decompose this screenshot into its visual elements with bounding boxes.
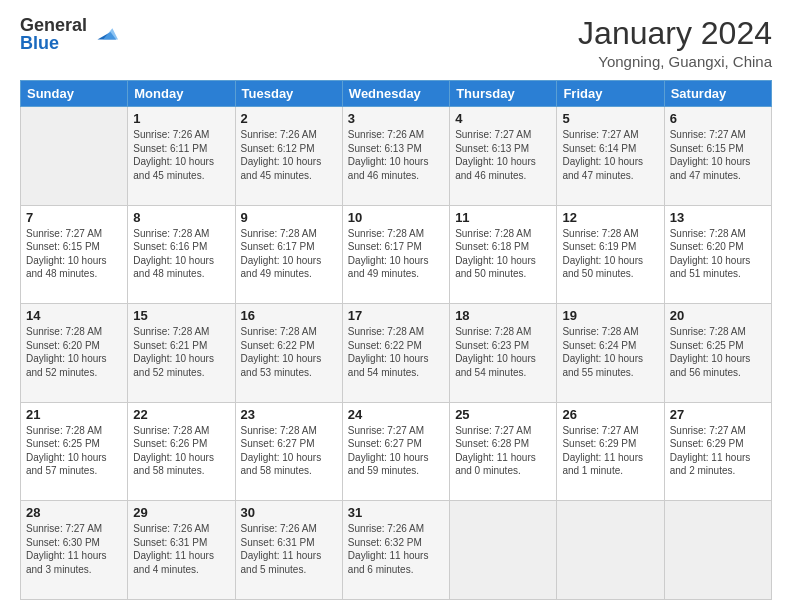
day-info: Sunrise: 7:26 AMSunset: 6:12 PMDaylight:… [241, 128, 337, 182]
location-title: Yongning, Guangxi, China [578, 53, 772, 70]
day-number: 9 [241, 210, 337, 225]
calendar-cell: 26Sunrise: 7:27 AMSunset: 6:29 PMDayligh… [557, 402, 664, 501]
logo-text: General Blue [20, 16, 87, 52]
day-info: Sunrise: 7:27 AMSunset: 6:14 PMDaylight:… [562, 128, 658, 182]
day-info: Sunrise: 7:28 AMSunset: 6:16 PMDaylight:… [133, 227, 229, 281]
day-number: 30 [241, 505, 337, 520]
day-number: 14 [26, 308, 122, 323]
calendar-cell: 3Sunrise: 7:26 AMSunset: 6:13 PMDaylight… [342, 107, 449, 206]
day-number: 17 [348, 308, 444, 323]
day-number: 21 [26, 407, 122, 422]
day-info: Sunrise: 7:26 AMSunset: 6:32 PMDaylight:… [348, 522, 444, 576]
svg-marker-1 [103, 28, 118, 39]
calendar-cell: 10Sunrise: 7:28 AMSunset: 6:17 PMDayligh… [342, 205, 449, 304]
day-number: 6 [670, 111, 766, 126]
day-info: Sunrise: 7:27 AMSunset: 6:29 PMDaylight:… [562, 424, 658, 478]
day-header-thursday: Thursday [450, 81, 557, 107]
calendar-week-2: 14Sunrise: 7:28 AMSunset: 6:20 PMDayligh… [21, 304, 772, 403]
calendar-week-1: 7Sunrise: 7:27 AMSunset: 6:15 PMDaylight… [21, 205, 772, 304]
day-header-saturday: Saturday [664, 81, 771, 107]
day-number: 2 [241, 111, 337, 126]
calendar-cell: 20Sunrise: 7:28 AMSunset: 6:25 PMDayligh… [664, 304, 771, 403]
day-info: Sunrise: 7:28 AMSunset: 6:25 PMDaylight:… [670, 325, 766, 379]
day-number: 11 [455, 210, 551, 225]
day-info: Sunrise: 7:28 AMSunset: 6:22 PMDaylight:… [348, 325, 444, 379]
calendar-cell: 17Sunrise: 7:28 AMSunset: 6:22 PMDayligh… [342, 304, 449, 403]
header: General Blue January 2024 Yongning, Guan… [20, 16, 772, 70]
day-number: 27 [670, 407, 766, 422]
day-number: 26 [562, 407, 658, 422]
day-number: 4 [455, 111, 551, 126]
day-header-wednesday: Wednesday [342, 81, 449, 107]
day-info: Sunrise: 7:26 AMSunset: 6:31 PMDaylight:… [133, 522, 229, 576]
calendar-cell: 18Sunrise: 7:28 AMSunset: 6:23 PMDayligh… [450, 304, 557, 403]
day-number: 3 [348, 111, 444, 126]
day-info: Sunrise: 7:27 AMSunset: 6:27 PMDaylight:… [348, 424, 444, 478]
calendar-cell: 8Sunrise: 7:28 AMSunset: 6:16 PMDaylight… [128, 205, 235, 304]
calendar-cell [557, 501, 664, 600]
logo-blue: Blue [20, 34, 87, 52]
day-info: Sunrise: 7:26 AMSunset: 6:13 PMDaylight:… [348, 128, 444, 182]
day-header-tuesday: Tuesday [235, 81, 342, 107]
day-info: Sunrise: 7:27 AMSunset: 6:28 PMDaylight:… [455, 424, 551, 478]
day-number: 12 [562, 210, 658, 225]
day-number: 7 [26, 210, 122, 225]
day-number: 8 [133, 210, 229, 225]
day-info: Sunrise: 7:28 AMSunset: 6:24 PMDaylight:… [562, 325, 658, 379]
day-info: Sunrise: 7:28 AMSunset: 6:26 PMDaylight:… [133, 424, 229, 478]
calendar-cell: 28Sunrise: 7:27 AMSunset: 6:30 PMDayligh… [21, 501, 128, 600]
day-number: 25 [455, 407, 551, 422]
day-info: Sunrise: 7:27 AMSunset: 6:15 PMDaylight:… [670, 128, 766, 182]
day-number: 15 [133, 308, 229, 323]
calendar-cell: 6Sunrise: 7:27 AMSunset: 6:15 PMDaylight… [664, 107, 771, 206]
title-block: January 2024 Yongning, Guangxi, China [578, 16, 772, 70]
logo-general: General [20, 16, 87, 34]
calendar-cell: 21Sunrise: 7:28 AMSunset: 6:25 PMDayligh… [21, 402, 128, 501]
day-number: 16 [241, 308, 337, 323]
calendar-cell: 7Sunrise: 7:27 AMSunset: 6:15 PMDaylight… [21, 205, 128, 304]
day-info: Sunrise: 7:28 AMSunset: 6:18 PMDaylight:… [455, 227, 551, 281]
calendar-cell [21, 107, 128, 206]
day-number: 5 [562, 111, 658, 126]
page: General Blue January 2024 Yongning, Guan… [0, 0, 792, 612]
calendar-cell: 24Sunrise: 7:27 AMSunset: 6:27 PMDayligh… [342, 402, 449, 501]
day-info: Sunrise: 7:28 AMSunset: 6:21 PMDaylight:… [133, 325, 229, 379]
calendar-cell [450, 501, 557, 600]
calendar-cell: 29Sunrise: 7:26 AMSunset: 6:31 PMDayligh… [128, 501, 235, 600]
calendar-cell: 23Sunrise: 7:28 AMSunset: 6:27 PMDayligh… [235, 402, 342, 501]
day-header-monday: Monday [128, 81, 235, 107]
day-info: Sunrise: 7:27 AMSunset: 6:13 PMDaylight:… [455, 128, 551, 182]
calendar-cell: 15Sunrise: 7:28 AMSunset: 6:21 PMDayligh… [128, 304, 235, 403]
day-number: 23 [241, 407, 337, 422]
day-info: Sunrise: 7:28 AMSunset: 6:20 PMDaylight:… [670, 227, 766, 281]
day-header-sunday: Sunday [21, 81, 128, 107]
calendar-cell: 5Sunrise: 7:27 AMSunset: 6:14 PMDaylight… [557, 107, 664, 206]
calendar-cell: 14Sunrise: 7:28 AMSunset: 6:20 PMDayligh… [21, 304, 128, 403]
calendar-cell: 12Sunrise: 7:28 AMSunset: 6:19 PMDayligh… [557, 205, 664, 304]
day-info: Sunrise: 7:26 AMSunset: 6:31 PMDaylight:… [241, 522, 337, 576]
day-info: Sunrise: 7:28 AMSunset: 6:17 PMDaylight:… [241, 227, 337, 281]
calendar-cell: 13Sunrise: 7:28 AMSunset: 6:20 PMDayligh… [664, 205, 771, 304]
day-number: 28 [26, 505, 122, 520]
day-info: Sunrise: 7:28 AMSunset: 6:17 PMDaylight:… [348, 227, 444, 281]
day-info: Sunrise: 7:28 AMSunset: 6:27 PMDaylight:… [241, 424, 337, 478]
header-row: SundayMondayTuesdayWednesdayThursdayFrid… [21, 81, 772, 107]
calendar-week-0: 1Sunrise: 7:26 AMSunset: 6:11 PMDaylight… [21, 107, 772, 206]
day-number: 20 [670, 308, 766, 323]
calendar-cell: 9Sunrise: 7:28 AMSunset: 6:17 PMDaylight… [235, 205, 342, 304]
day-info: Sunrise: 7:26 AMSunset: 6:11 PMDaylight:… [133, 128, 229, 182]
calendar-cell [664, 501, 771, 600]
calendar-cell: 4Sunrise: 7:27 AMSunset: 6:13 PMDaylight… [450, 107, 557, 206]
day-info: Sunrise: 7:27 AMSunset: 6:15 PMDaylight:… [26, 227, 122, 281]
day-info: Sunrise: 7:27 AMSunset: 6:29 PMDaylight:… [670, 424, 766, 478]
day-info: Sunrise: 7:27 AMSunset: 6:30 PMDaylight:… [26, 522, 122, 576]
calendar-cell: 31Sunrise: 7:26 AMSunset: 6:32 PMDayligh… [342, 501, 449, 600]
day-info: Sunrise: 7:28 AMSunset: 6:20 PMDaylight:… [26, 325, 122, 379]
calendar-cell: 1Sunrise: 7:26 AMSunset: 6:11 PMDaylight… [128, 107, 235, 206]
day-number: 22 [133, 407, 229, 422]
day-number: 29 [133, 505, 229, 520]
calendar-cell: 16Sunrise: 7:28 AMSunset: 6:22 PMDayligh… [235, 304, 342, 403]
day-number: 10 [348, 210, 444, 225]
day-number: 19 [562, 308, 658, 323]
calendar-week-4: 28Sunrise: 7:27 AMSunset: 6:30 PMDayligh… [21, 501, 772, 600]
